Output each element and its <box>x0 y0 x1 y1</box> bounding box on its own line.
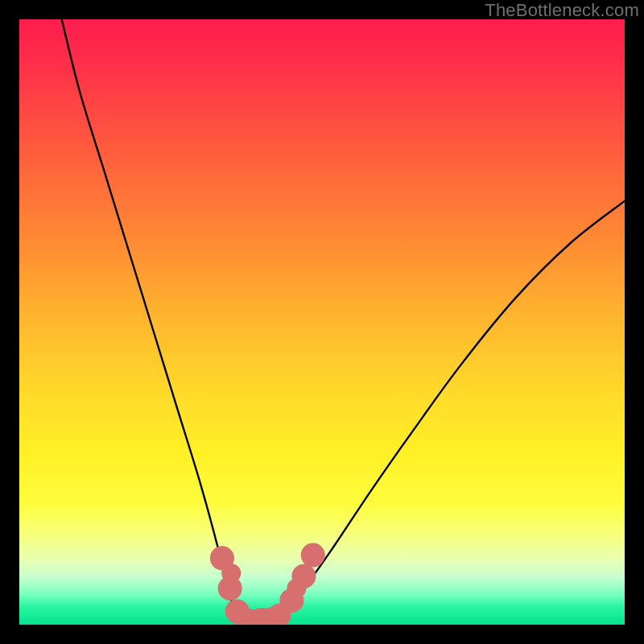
highlight-markers <box>210 543 325 625</box>
highlight-dot <box>221 564 241 583</box>
watermark-text: TheBottleneck.com <box>485 0 639 21</box>
highlight-dot <box>301 543 325 567</box>
bottleneck-curve <box>62 19 625 621</box>
highlight-dot <box>291 564 316 588</box>
chart-frame: TheBottleneck.com <box>0 0 644 644</box>
chart-svg <box>19 19 625 625</box>
chart-plot-area <box>19 19 625 625</box>
